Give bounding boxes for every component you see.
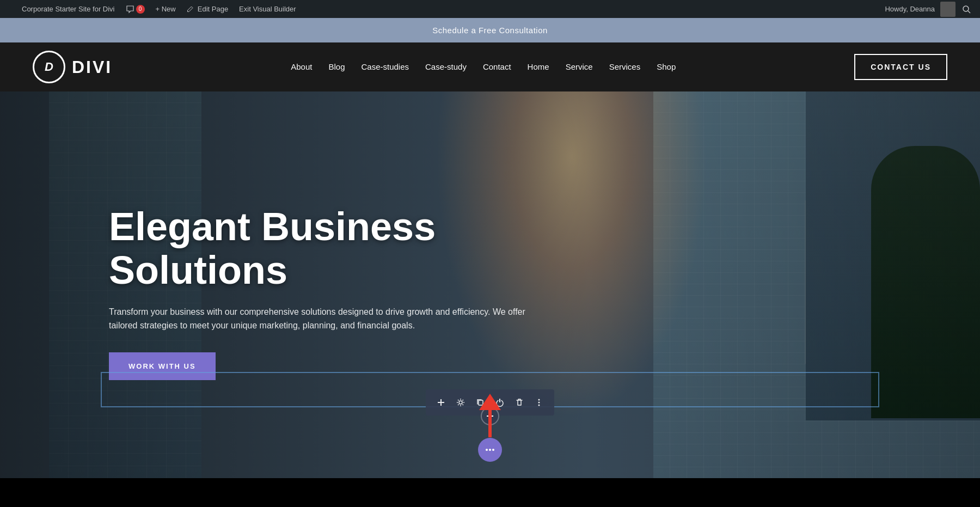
logo-text: DIVI <box>72 57 112 77</box>
hero-section: Elegant Business Solutions Transform you… <box>0 91 980 478</box>
nav-item-case-studies: Case-studies <box>361 62 409 72</box>
admin-bar: Corporate Starter Site for Divi 0 + New … <box>0 0 980 18</box>
notification-text: Schedule a Free Consultation <box>432 26 548 35</box>
edit-page-link[interactable]: Edit Page <box>181 0 234 18</box>
nav-link-about[interactable]: About <box>291 62 312 71</box>
nav-item-home: Home <box>528 62 549 72</box>
svg-line-2 <box>968 11 970 13</box>
svg-marker-13 <box>479 394 501 410</box>
hero-title: Elegant Business Solutions <box>109 205 544 291</box>
nav-item-shop: Shop <box>657 62 676 72</box>
nav-item-contact: Contact <box>483 62 511 72</box>
svg-point-7 <box>538 399 540 401</box>
nav-item-services: Services <box>609 62 641 72</box>
svg-point-16 <box>492 449 494 451</box>
nav-link-shop[interactable]: Shop <box>657 62 676 71</box>
nav-link-services[interactable]: Services <box>609 62 641 71</box>
contact-us-button[interactable]: CONTACT US <box>854 54 947 80</box>
svg-point-14 <box>486 449 488 451</box>
main-nav: AboutBlogCase-studiesCase-studyContactHo… <box>291 62 676 72</box>
logo-area[interactable]: D DIVI <box>33 51 112 83</box>
svg-point-1 <box>963 6 969 11</box>
toolbar-add-icon[interactable] <box>433 395 449 410</box>
svg-point-15 <box>489 449 491 451</box>
exit-visual-builder-link[interactable]: Exit Visual Builder <box>234 0 302 18</box>
site-header: D DIVI AboutBlogCase-studiesCase-studyCo… <box>0 42 980 91</box>
admin-bar-left: Corporate Starter Site for Divi 0 + New … <box>5 0 885 18</box>
admin-bar-right: Howdy, Deanna <box>885 1 975 17</box>
red-arrow-indicator <box>452 391 528 440</box>
nav-link-case-studies[interactable]: Case-studies <box>361 62 409 71</box>
wordpress-icon[interactable] <box>5 4 16 15</box>
svg-point-8 <box>538 402 540 404</box>
divi-builder-options-button[interactable] <box>478 438 502 462</box>
hero-subtitle: Transform your business with our compreh… <box>109 305 534 333</box>
nav-item-service: Service <box>566 62 593 72</box>
notification-bar[interactable]: Schedule a Free Consultation <box>0 18 980 42</box>
nav-link-home[interactable]: Home <box>528 62 549 71</box>
avatar <box>940 2 955 17</box>
search-icon[interactable] <box>958 1 975 17</box>
nav-item-about: About <box>291 62 312 72</box>
nav-link-contact[interactable]: Contact <box>483 62 511 71</box>
comment-count: 0 <box>136 5 145 14</box>
svg-point-9 <box>538 405 540 406</box>
new-content-link[interactable]: + New <box>150 0 181 18</box>
nav-link-blog[interactable]: Blog <box>328 62 345 71</box>
nav-link-service[interactable]: Service <box>566 62 593 71</box>
nav-item-blog: Blog <box>328 62 345 72</box>
comments-link[interactable]: 0 <box>120 0 150 18</box>
work-with-us-button[interactable]: WORK WITH US <box>109 352 216 380</box>
nav-item-case-study: Case-study <box>425 62 467 72</box>
site-name-link[interactable]: Corporate Starter Site for Divi <box>16 0 120 18</box>
greeting-text: Howdy, Deanna <box>885 5 935 13</box>
hero-content: Elegant Business Solutions Transform you… <box>109 205 544 380</box>
toolbar-more-icon[interactable] <box>531 395 547 410</box>
nav-link-case-study[interactable]: Case-study <box>425 62 467 71</box>
logo-icon: D <box>33 51 65 83</box>
